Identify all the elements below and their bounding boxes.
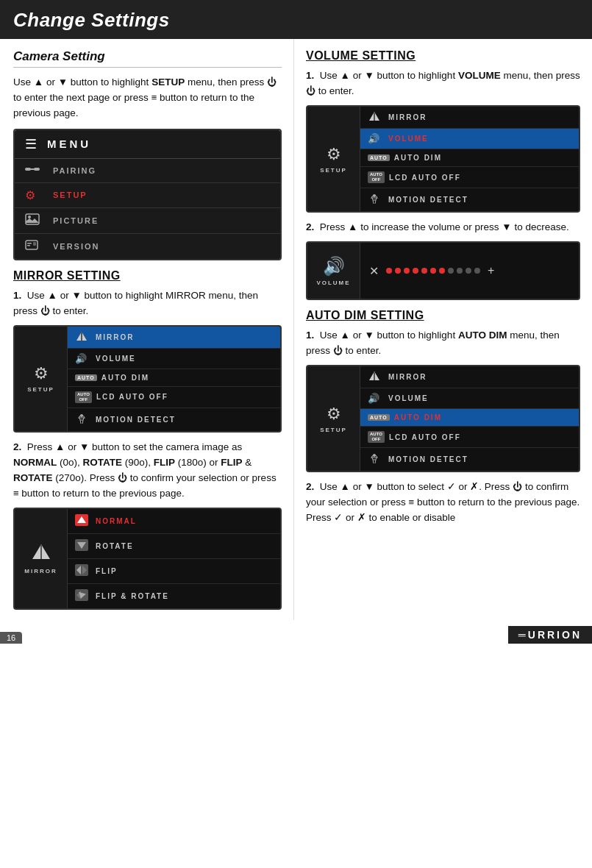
autodim-mirror-label: MIRROR xyxy=(388,373,427,381)
vol-dot-5 xyxy=(421,268,427,274)
flip-icon xyxy=(75,564,96,578)
vol-dot-7 xyxy=(439,268,445,274)
setup-label: SETUP xyxy=(53,191,88,199)
autodim-setup-left: ⚙ SETUP xyxy=(307,366,360,471)
auto-badge-1: AUTO xyxy=(75,374,97,381)
svg-rect-7 xyxy=(27,245,30,246)
vol-dot-2 xyxy=(395,268,401,274)
image-icon xyxy=(25,213,46,228)
volume-slider-diagram: 🔊 VOLUME ✕ xyxy=(306,241,580,300)
volume-text-label: VOLUME xyxy=(316,280,350,286)
speaker-icon-1: 🔊 xyxy=(75,353,96,364)
autodim-motion-icon xyxy=(368,452,388,466)
page-footer: 16 ═URRION xyxy=(0,623,592,644)
menu-diagram: ☰ MENU PAIRING ⚙ SETUP xyxy=(13,129,282,260)
setup-panel-left: ⚙ SETUP xyxy=(15,327,68,431)
svg-rect-0 xyxy=(25,168,31,171)
autodim-auto-off-badge: AUTOOFF xyxy=(368,431,385,443)
svg-rect-6 xyxy=(27,243,32,244)
vol-gear-icon: ⚙ xyxy=(327,145,341,164)
rotate-label: ROTATE xyxy=(96,542,134,550)
setup-row-mirror-1: MIRROR xyxy=(68,327,280,349)
setup-text: SETUP xyxy=(27,386,54,393)
card-icon xyxy=(25,239,46,254)
page-title: Change Settings xyxy=(13,9,170,32)
page-number-text: 16 xyxy=(7,633,15,642)
vol-row-lcdauto: AUTOOFF LCD AUTO OFF xyxy=(360,167,579,188)
autodim-setup-rows: MIRROR 🔊 VOLUME AUTO AUTO DIM AUTOOFF xyxy=(360,366,579,471)
auto-off-badge-1: AUTOOFF xyxy=(75,391,92,403)
vol-setup-rows: MIRROR 🔊 VOLUME AUTO AUTO DIM AUTOOFF xyxy=(360,107,579,211)
vol-plus-icon: + xyxy=(488,264,494,277)
setup-row-volume-1: 🔊 VOLUME xyxy=(68,349,280,369)
volume-step1: 1. Use ▲ or ▼ button to highlight VOLUME… xyxy=(306,68,580,213)
mirror-options-rows: NORMAL ROTATE xyxy=(68,509,280,608)
vol-volume-label: VOLUME xyxy=(388,135,429,143)
autodim-row-motion: MOTION DETECT xyxy=(360,448,579,471)
setup-gear-icon: ⚙ xyxy=(34,364,49,383)
menu-header-row: ☰ MENU xyxy=(15,130,280,159)
vol-row-motion: MOTION DETECT xyxy=(360,188,579,211)
svg-rect-8 xyxy=(33,242,36,246)
option-flip: FLIP xyxy=(68,559,280,584)
camera-setting-body: Use ▲ or ▼ button to highlight SETUP men… xyxy=(13,75,282,121)
autodim-speaker-icon: 🔊 xyxy=(368,393,388,404)
mirror-step1: 1. Use ▲ or ▼ button to highlight MIRROR… xyxy=(13,288,282,433)
autodim-step2: 2. Use ▲ or ▼ button to select ✓ or ✗. P… xyxy=(306,480,580,526)
normal-label: NORMAL xyxy=(96,517,137,525)
flip-rotate-label: FLIP & ROTATE xyxy=(96,592,169,600)
pairing-label: PAIRING xyxy=(53,166,96,175)
right-column: VOLUME SETTING 1. Use ▲ or ▼ button to h… xyxy=(294,39,592,620)
vol-motion-label: MOTION DETECT xyxy=(388,196,468,204)
vol-speaker-icon: 🔊 xyxy=(368,133,388,144)
motion-label-1: MOTION DETECT xyxy=(96,416,176,424)
motion-icon-1 xyxy=(75,413,96,427)
mirror-label-bottom: MIRROR xyxy=(24,568,57,574)
flip-rotate-icon xyxy=(75,589,96,603)
autodim-volume-label: VOLUME xyxy=(388,394,429,402)
menu-title: MENU xyxy=(47,138,91,150)
up-arrow-icon xyxy=(75,514,96,528)
svg-rect-11 xyxy=(40,544,42,559)
setup-row-motion-1: MOTION DETECT xyxy=(68,408,280,431)
autodim-row-mirror: MIRROR xyxy=(360,366,579,388)
svg-rect-2 xyxy=(30,168,35,170)
camera-setting-heading: Camera Setting xyxy=(13,49,105,64)
autodim-row-lcdauto: AUTOOFF LCD AUTO OFF xyxy=(360,427,579,448)
setup-row-lcdauto-1: AUTOOFF LCD AUTO OFF xyxy=(68,387,280,408)
mirror-setting-section: MIRROR SETTING 1. Use ▲ or ▼ button to h… xyxy=(13,269,282,610)
svg-rect-16 xyxy=(374,112,375,121)
page-header: Change Settings xyxy=(0,0,592,39)
setup-row-autodim-1: AUTO AUTO DIM xyxy=(68,369,280,387)
menu-row-setup: ⚙ SETUP xyxy=(15,183,280,208)
vol-auto-off-badge: AUTOOFF xyxy=(368,171,385,183)
autodim-lcdauto-label: LCD AUTO OFF xyxy=(389,433,461,441)
volume-speaker-big-icon: 🔊 xyxy=(323,256,345,277)
autodim-mirror-icon xyxy=(368,371,388,383)
vol-mirror-icon xyxy=(368,111,388,124)
volume-setting-section: VOLUME SETTING 1. Use ▲ or ▼ button to h… xyxy=(306,49,580,300)
svg-rect-9 xyxy=(81,332,82,341)
vol-dot-4 xyxy=(413,268,418,274)
vol-dot-9 xyxy=(457,268,463,274)
vol-row-autodim: AUTO AUTO DIM xyxy=(360,149,579,167)
autodim-gear-icon: ⚙ xyxy=(327,405,341,424)
vol-panel-left: 🔊 VOLUME xyxy=(307,243,360,299)
vol-dot-8 xyxy=(448,268,454,274)
menu-row-version: VERSION xyxy=(15,234,280,259)
left-column: Camera Setting Use ▲ or ▼ button to high… xyxy=(0,39,294,620)
option-rotate: ROTATE xyxy=(68,534,280,559)
vol-row-volume: 🔊 VOLUME xyxy=(360,129,579,149)
vol-motion-icon xyxy=(368,193,388,207)
auto-dim-setting-section: AUTO DIM SETTING 1. Use ▲ or ▼ button to… xyxy=(306,309,580,526)
mirror-row-label-1: MIRROR xyxy=(96,333,135,341)
vol-dot-3 xyxy=(404,268,410,274)
autodim-row-autodim: AUTO AUTO DIM xyxy=(360,409,579,427)
setup-menu-rows: MIRROR 🔊 VOLUME AUTO AUTO DIM AUTOOFF xyxy=(68,327,280,431)
auto-dim-heading: AUTO DIM SETTING xyxy=(306,309,580,322)
autodim-row-volume: 🔊 VOLUME xyxy=(360,388,579,409)
mirror-row-icon xyxy=(75,331,96,344)
version-label: VERSION xyxy=(53,242,100,251)
vol-dot-10 xyxy=(466,268,471,274)
autodim-motion-label: MOTION DETECT xyxy=(388,455,468,463)
